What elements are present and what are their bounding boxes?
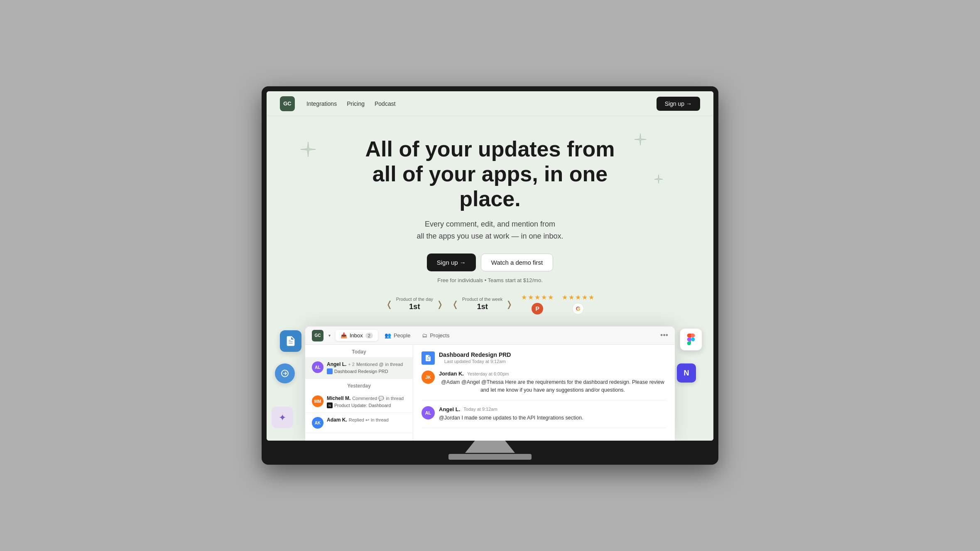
hero-pricing-note: Free for individuals • Teams start at $1… — [280, 277, 700, 283]
hero-signup-button[interactable]: Sign up → — [427, 254, 476, 271]
tab-people[interactable]: 👥 People — [380, 330, 415, 341]
avatar-angel-detail: AL — [421, 406, 435, 419]
laurel-right-day: ❭ — [436, 299, 443, 309]
app-logo: GC — [312, 330, 323, 341]
nav-pricing[interactable]: Pricing — [347, 100, 365, 107]
bottom-left-float-icon: ✦ — [272, 407, 293, 428]
inbox-icon: 📥 — [341, 332, 347, 339]
google-star-rating: ★ ★ ★ ★ ★ G — [562, 293, 594, 315]
app-logo-caret: ▾ — [328, 333, 331, 338]
angel-msg-header: Angel L. Today at 9:12am — [439, 406, 583, 412]
svg-text:✦: ✦ — [279, 412, 286, 423]
detail-panel: Dashboard Redesign PRD Last updated Toda… — [413, 345, 675, 440]
adam-thread: in thread — [371, 417, 389, 422]
product-week-label: Product of the week — [462, 297, 502, 302]
people-icon: 👥 — [385, 332, 391, 339]
product-day-rank: 1st — [409, 302, 420, 311]
jordan-name: Jordan K. — [439, 371, 464, 377]
google-docs-float-icon — [280, 330, 301, 352]
angel-thread: in thread — [385, 362, 403, 367]
ph-stars: ★ ★ ★ ★ ★ — [521, 293, 554, 301]
yesterday-label: Yesterday — [305, 379, 413, 391]
product-week-rank: 1st — [477, 302, 488, 311]
product-day-label: Product of the day — [396, 297, 433, 302]
more-options-icon[interactable]: ••• — [660, 331, 668, 340]
angel-detail-text: @Jordan I made some updates to the API I… — [439, 414, 583, 422]
angel-doc: Dashboard Redesign PRD — [327, 368, 406, 374]
jordan-msg-header: Jordan K. Yesterday at 6:00pm — [439, 371, 666, 377]
avatar-angel: AL — [312, 361, 323, 373]
detail-gdoc-icon — [421, 351, 435, 365]
google-stars: ★ ★ ★ ★ ★ — [562, 293, 594, 301]
laurel-left-week: ❬ — [452, 299, 459, 309]
inbox-item-angel-header: Angel L. + 2 Mentioned @ in thread — [327, 361, 406, 367]
linear-float-icon — [275, 363, 295, 383]
inbox-item-michell-content: Michell M. Commented 💬 in thread N Produ… — [327, 395, 406, 408]
inbox-item-angel[interactable]: AL Angel L. + 2 Mentioned @ in thread — [305, 357, 413, 379]
inbox-item-michell[interactable]: MM Michell M. Commented 💬 in thread N — [305, 391, 413, 413]
tab-inbox[interactable]: 📥 Inbox 2 — [336, 330, 378, 341]
jordan-msg-content: Jordan K. Yesterday at 6:00pm @Adam @Ang… — [439, 371, 666, 394]
hero-title: All of your updates from all of your app… — [345, 137, 635, 211]
gdoc-icon-angel — [327, 368, 333, 374]
inbox-item-adam[interactable]: AK Adam K. Replied ↩ in thread — [305, 413, 413, 433]
notion-float-icon: N — [677, 363, 696, 383]
nav-podcast[interactable]: Podcast — [375, 100, 396, 107]
michell-thread: in thread — [386, 396, 404, 401]
laurel-right-week: ❭ — [506, 299, 513, 309]
sender-angel-count: + 2 — [348, 362, 355, 367]
monitor-frame: GC Integrations Pricing Podcast Sign up … — [262, 86, 718, 464]
angel-msg-content: Angel L. Today at 9:12am @Jordan I made … — [439, 406, 583, 422]
navbar: GC Integrations Pricing Podcast Sign up … — [267, 91, 713, 116]
michell-action: Commented 💬 — [352, 396, 384, 401]
product-day-badge: ❬ Product of the day 1st ❭ — [386, 297, 443, 311]
michell-doc: N Product Update: Dashboard — [327, 402, 406, 408]
projects-icon: 🗂 — [422, 332, 427, 339]
nav-integrations[interactable]: Integrations — [306, 100, 337, 107]
angel-action: Mentioned @ — [356, 362, 384, 367]
inbox-badge: 2 — [365, 333, 373, 339]
detail-message-angel: AL Angel L. Today at 9:12am @Jordan I ma… — [421, 406, 666, 428]
inbox-item-adam-header: Adam K. Replied ↩ in thread — [327, 417, 406, 423]
producthunt-icon: P — [532, 303, 543, 315]
laurel-left-day: ❬ — [386, 299, 393, 309]
nav-links: Integrations Pricing Podcast — [306, 100, 657, 107]
app-body: Today AL Angel L. + 2 Mentioned @ in — [305, 345, 675, 440]
inbox-list: Today AL Angel L. + 2 Mentioned @ in — [305, 345, 413, 440]
badges-row: ❬ Product of the day 1st ❭ ❬ Product of … — [280, 293, 700, 315]
inbox-item-adam-content: Adam K. Replied ↩ in thread — [327, 417, 406, 429]
sparkle-decoration-tl — [300, 141, 316, 161]
notion-icon-michell: N — [327, 402, 333, 408]
avatar-michell: MM — [312, 395, 323, 407]
inbox-item-angel-content: Angel L. + 2 Mentioned @ in thread Dashb… — [327, 361, 406, 374]
tab-projects[interactable]: 🗂 Projects — [417, 330, 454, 341]
nav-signup-button[interactable]: Sign up → — [657, 97, 700, 111]
angel-detail-time: Today at 9:12am — [463, 407, 497, 412]
detail-doc-header: Dashboard Redesign PRD Last updated Toda… — [421, 351, 666, 365]
sender-michell: Michell M. — [327, 395, 350, 401]
sender-angel: Angel L. — [327, 361, 346, 367]
app-tabs: 📥 Inbox 2 👥 People 🗂 Projects — [336, 330, 454, 341]
monitor-screen: GC Integrations Pricing Podcast Sign up … — [267, 91, 713, 440]
hero-section: All of your updates from all of your app… — [267, 116, 713, 440]
monitor-stand — [267, 441, 713, 460]
adam-action: Replied ↩ — [349, 417, 369, 423]
product-week-badge: ❬ Product of the week 1st ❭ — [452, 297, 513, 311]
sparkle-decoration-tr — [634, 133, 647, 149]
avatar-jordan: JK — [421, 371, 435, 384]
ph-star-rating: ★ ★ ★ ★ ★ P — [521, 293, 554, 315]
google-icon: G — [572, 303, 584, 315]
detail-message-jordan: JK Jordan K. Yesterday at 6:00pm @Adam @… — [421, 371, 666, 400]
avatar-adam: AK — [312, 417, 323, 429]
inbox-item-michell-header: Michell M. Commented 💬 in thread — [327, 395, 406, 401]
detail-doc-title: Dashboard Redesign PRD — [439, 351, 511, 358]
sparkle-decoration-br — [654, 174, 664, 186]
detail-doc-info: Dashboard Redesign PRD Last updated Toda… — [439, 351, 511, 364]
sender-adam: Adam K. — [327, 417, 347, 423]
stand-base — [448, 454, 532, 460]
today-label: Today — [305, 345, 413, 357]
app-window: GC ▾ 📥 Inbox 2 👥 People — [305, 326, 675, 440]
hero-demo-button[interactable]: Watch a demo first — [481, 254, 553, 271]
angel-detail-name: Angel L. — [439, 406, 460, 412]
figma-float-icon — [680, 328, 702, 351]
